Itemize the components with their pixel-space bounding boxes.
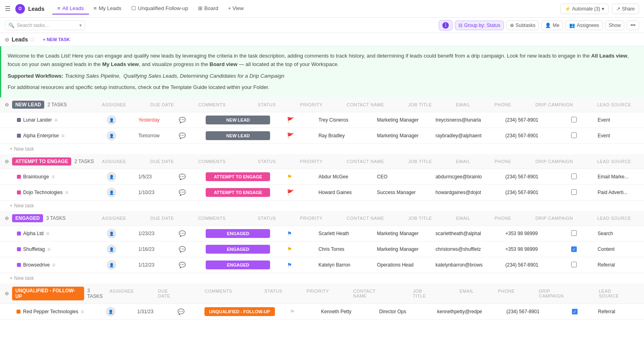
status-badge[interactable]: ATTEMPT TO ENGAGE (206, 172, 270, 181)
due-date[interactable]: Yesterday (138, 117, 160, 123)
task-menu-icon[interactable]: ≡ (46, 230, 49, 237)
info-banner: Welcome to the Leads List! Here you can … (0, 46, 644, 97)
table-row: Alpha Enterprise ≡ 👤 Tomorrow 💬 NEW (0, 128, 644, 144)
comment-icon[interactable]: 💬 (179, 246, 186, 252)
task-name-text[interactable]: Red Pepper Technologies (23, 309, 78, 314)
priority-flag[interactable]: 🚩 (287, 132, 294, 139)
drip-checkbox[interactable] (571, 174, 577, 179)
table-row: Brainlounge ≡ 👤 1/5/23 💬 ATTEMPT TO ENGA… (0, 169, 644, 185)
filter-count: 1 (442, 22, 449, 29)
section-toggle-icon[interactable]: ⊖ (5, 37, 9, 43)
tab-all-leads[interactable]: ≡ All Leads (52, 3, 89, 14)
avatar: 👤 (107, 244, 116, 254)
tab-board[interactable]: ⊞ Board (193, 3, 223, 14)
me-button[interactable]: 👤 Me (541, 21, 563, 30)
task-name-text[interactable]: Alpha Ltd (23, 231, 44, 236)
section-toggle-new-lead[interactable]: ⊖ (5, 102, 9, 107)
add-task-new-lead[interactable]: + New task (0, 144, 644, 154)
subtasks-button[interactable]: ⊕ Subtasks (506, 21, 539, 30)
status-badge[interactable]: UNQUALIFIED - FOLLOW-UP (204, 307, 275, 316)
task-menu-icon[interactable]: ≡ (52, 174, 55, 180)
more-icon: ••• (630, 23, 636, 28)
drip-checkbox[interactable] (571, 262, 577, 267)
due-date[interactable]: 1/5/23 (138, 174, 152, 180)
due-date[interactable]: 1/10/23 (138, 190, 155, 195)
task-menu-icon[interactable]: ≡ (54, 117, 58, 123)
comment-icon[interactable]: 💬 (179, 189, 186, 196)
menu-icon[interactable]: ☰ (5, 5, 10, 12)
status-badge[interactable]: ENGAGED (206, 260, 270, 269)
task-menu-icon[interactable]: ≡ (65, 189, 68, 196)
drip-checkbox[interactable] (571, 117, 577, 122)
comment-icon[interactable]: 💬 (179, 230, 186, 237)
tab-unqualified-followup[interactable]: ☐ Unqualified Follow-up (126, 3, 193, 14)
comment-icon[interactable]: 💬 (179, 174, 186, 180)
due-date[interactable]: 1/23/23 (138, 231, 155, 236)
task-name-text[interactable]: Dojo Technologies (23, 190, 63, 195)
status-badge[interactable]: NEW LEAD (206, 116, 270, 124)
priority-flag[interactable]: ⚑ (287, 174, 292, 180)
more-button[interactable]: ••• (627, 21, 639, 30)
section-label-engaged: ENGAGED (12, 214, 43, 222)
assignees-button[interactable]: 👥 Assignees (566, 21, 603, 30)
comment-icon[interactable]: 💬 (179, 132, 186, 139)
priority-flag[interactable]: 🚩 (287, 189, 294, 196)
drip-checkbox[interactable] (571, 132, 577, 138)
email: howardgaines@dojot (436, 190, 481, 195)
task-name-text[interactable]: Browsedrive (23, 262, 50, 268)
task-name-text[interactable]: Lunar Lander (23, 117, 52, 123)
drip-checkbox[interactable] (571, 189, 577, 195)
drip-checked[interactable]: ✓ (571, 246, 577, 252)
comment-icon[interactable]: 💬 (178, 308, 184, 315)
task-menu-icon[interactable]: ≡ (61, 132, 64, 139)
automate-button[interactable]: ⚡ Automate (3) ▾ (560, 4, 609, 14)
main-content: ⊖ NEW LEAD 2 TASKS ASSIGNEE DUE DATE COM… (0, 97, 644, 320)
search-box[interactable]: 🔍 Search tasks... ▾ (5, 21, 85, 30)
due-date[interactable]: Tomorrow (138, 133, 160, 138)
add-task-engaged[interactable]: + New task (0, 273, 644, 283)
task-name-text[interactable]: Brainlounge (23, 174, 49, 180)
task-name-text[interactable]: Alpha Enterprise (23, 133, 59, 138)
task-menu-icon[interactable]: ≡ (47, 246, 50, 252)
tab-add-view[interactable]: + View (223, 3, 248, 14)
drip-checkbox[interactable] (571, 230, 577, 236)
automate-label: Automate (3) (572, 6, 600, 12)
status-badge[interactable]: ATTEMPT TO ENGAGE (206, 188, 270, 197)
priority-flag[interactable]: ⚑ (290, 308, 295, 315)
show-button[interactable]: Show (605, 21, 624, 30)
share-button[interactable]: ↗ Share (612, 4, 639, 14)
col-header-job: JOB TITLE (413, 289, 436, 298)
priority-flag[interactable]: ⚑ (287, 230, 292, 237)
status-cell[interactable]: NEW LEAD (202, 128, 283, 144)
due-date[interactable]: 1/12/23 (138, 262, 155, 268)
col-header-contact: CONTACT NAME (353, 289, 388, 298)
task-menu-icon[interactable]: ≡ (81, 308, 84, 315)
new-task-button[interactable]: + NEW TASK (40, 36, 72, 43)
priority-flag[interactable]: ⚑ (287, 262, 292, 268)
section-toggle-unqualified[interactable]: ⊖ (5, 291, 9, 296)
drip-checked[interactable]: ✓ (572, 309, 578, 314)
task-name-text[interactable]: Shuffletag (23, 246, 45, 252)
status-badge[interactable]: NEW LEAD (206, 131, 270, 140)
task-menu-icon[interactable]: ≡ (52, 262, 56, 268)
priority-flag[interactable]: 🚩 (287, 117, 294, 123)
add-task-attempt[interactable]: + New task (0, 201, 644, 211)
col-header-priority: PRIORITY (300, 216, 322, 221)
due-date[interactable]: 1/31/23 (137, 309, 153, 314)
status-badge[interactable]: ENGAGED (206, 229, 270, 238)
table-row: Dojo Technologies ≡ 👤 1/10/23 💬 ATTEMPT … (0, 185, 644, 201)
me-label: Me (553, 23, 559, 28)
comment-icon[interactable]: 💬 (179, 262, 186, 268)
section-toggle-engaged[interactable]: ⊖ (5, 215, 9, 221)
section-toggle-attempt[interactable]: ⊖ (5, 159, 9, 164)
status-badge[interactable]: ENGAGED (206, 245, 270, 254)
assignees-label: Assignees (577, 23, 599, 28)
comment-icon[interactable]: 💬 (179, 117, 186, 123)
filter-button[interactable]: 1 (439, 20, 452, 31)
status-cell[interactable]: NEW LEAD (202, 112, 283, 128)
group-by-button[interactable]: ⊟ Group by: Status (455, 21, 504, 30)
priority-flag[interactable]: ⚑ (287, 246, 292, 252)
table-row: Alpha Ltd≡ 👤 1/23/23 💬 ENGAGED ⚑ Scarlet… (0, 226, 644, 242)
due-date[interactable]: 1/16/23 (138, 246, 155, 252)
tab-my-leads[interactable]: ≡ My Leads (89, 3, 126, 14)
